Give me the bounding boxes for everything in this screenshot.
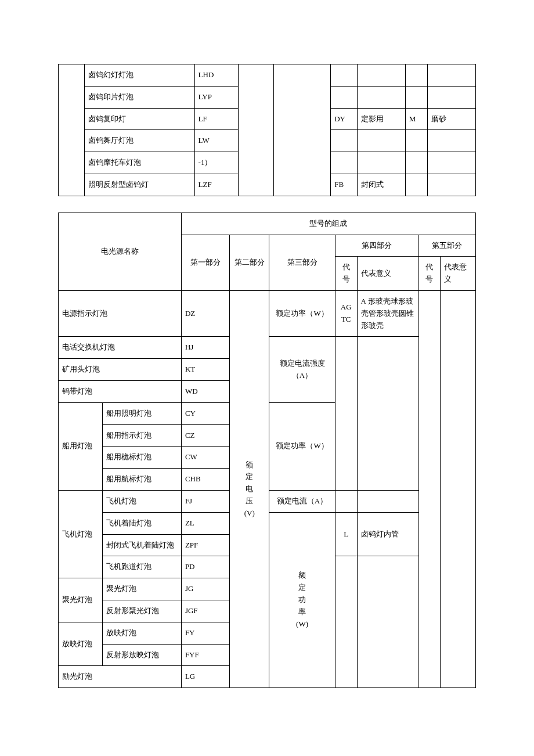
code-cell: DZ (181, 290, 229, 336)
p4mean-cell (357, 64, 405, 87)
p4mean-cell (357, 556, 418, 688)
header-part1: 第一部分 (181, 235, 229, 290)
p5code-cell (418, 290, 441, 687)
sub-cell: 飞机跑道灯泡 (102, 556, 181, 578)
cat-cell: 励光灯泡 (59, 666, 182, 688)
name-cell: 卤钨印片灯泡 (85, 86, 194, 108)
part3-cell: 额定电流强度（A） (269, 337, 335, 402)
code-cell: LZF (194, 174, 239, 196)
cat-cell: 电源指示灯泡 (59, 290, 182, 336)
code-cell: FYF (181, 644, 229, 666)
p4mean-cell (357, 152, 405, 174)
header-part3: 第三部分 (269, 235, 335, 290)
header-row-1: 电光源名称 型号的组成 (59, 213, 476, 235)
table-top: 卤钨幻灯灯泡LHD卤钨印片灯泡LYP卤钨复印灯LFDY定影用M磨砂卤钨舞厅灯泡L… (58, 64, 476, 196)
code-cell: PD (181, 556, 229, 578)
name-cell: 卤钨摩托车灯泡 (85, 152, 194, 174)
code-cell: KT (181, 359, 229, 381)
p4code-cell: AGTC (335, 290, 357, 336)
code-cell: FY (181, 622, 229, 644)
code-cell: CZ (181, 424, 229, 447)
header-part5: 第五部分 (418, 235, 475, 257)
code-cell: ZL (181, 512, 229, 534)
p5mean-cell: 磨砂 (427, 108, 475, 130)
p4code-cell (331, 152, 357, 174)
p4code-cell: FB (331, 174, 357, 196)
left-span-cell (59, 64, 85, 196)
header-part4: 第四部分 (335, 235, 418, 257)
code-cell: LYP (194, 86, 239, 108)
cat-cell: 飞机灯泡 (59, 490, 103, 578)
p4code-cell (335, 556, 357, 688)
p5mean-cell (427, 174, 475, 196)
cat-cell: 钨带灯泡 (59, 380, 182, 402)
part3-cell: 额定电流（A） (269, 490, 335, 512)
sub-cell: 飞机着陆灯泡 (102, 512, 181, 534)
sub-cell: 船用照明灯泡 (102, 402, 181, 424)
table-row: 电源指示灯泡 DZ 额定电压(V) 额定功率（W） AGTC A 形玻壳球形玻壳… (59, 290, 476, 336)
p5mean-cell (441, 290, 476, 687)
header-p5-mean: 代表意义 (441, 257, 476, 291)
name-cell: 卤钨舞厅灯泡 (85, 130, 194, 152)
sub-cell: 封闭式飞机着陆灯泡 (102, 534, 181, 556)
cat-cell: 船用灯泡 (59, 402, 103, 490)
header-source-name: 电光源名称 (59, 213, 182, 290)
code-cell: LF (194, 108, 239, 130)
header-p4-code: 代号 (335, 257, 357, 291)
p4mean-cell: 定影用 (357, 108, 405, 130)
p4mean-cell: A 形玻壳球形玻壳管形玻壳圆锥形玻壳 (357, 290, 418, 336)
p4mean-cell: 封闭式 (357, 174, 405, 196)
code-cell: CHB (181, 469, 229, 491)
code-cell: -1） (194, 152, 239, 174)
cat-cell: 矿用头灯泡 (59, 359, 182, 381)
p5code-cell (405, 130, 427, 152)
header-p5-code: 代号 (418, 257, 441, 291)
sub-cell: 放映灯泡 (102, 622, 181, 644)
name-cell: 照明反射型卤钨灯 (85, 174, 194, 196)
code-cell: JGF (181, 600, 229, 622)
header-p4-mean: 代表意义 (357, 257, 418, 291)
sub-cell: 反射形聚光灯泡 (102, 600, 181, 622)
p4code-cell (335, 337, 357, 491)
code-cell: WD (181, 380, 229, 402)
table-main: 电光源名称 型号的组成 第一部分 第二部分 第三部分 第四部分 第五部分 代号 … (58, 213, 476, 688)
name-cell: 卤钨复印灯 (85, 108, 194, 130)
p4mean-cell: 卤钨灯内管 (357, 512, 418, 556)
code-cell: LHD (194, 64, 239, 87)
p4mean-cell (357, 490, 418, 512)
p5mean-cell (427, 152, 475, 174)
code-cell: ZPF (181, 534, 229, 556)
code-cell: CW (181, 447, 229, 469)
p5code-cell (405, 86, 427, 108)
part3-cell: 额定功率(W) (269, 512, 335, 687)
sub-cell: 船用桅标灯泡 (102, 447, 181, 469)
cat-cell: 聚光灯泡 (59, 578, 103, 622)
p5mean-cell (427, 64, 475, 87)
p4mean-cell (357, 86, 405, 108)
code-cell: JG (181, 578, 229, 600)
part2-cell: 额定电压(V) (230, 290, 269, 687)
p5mean-cell (427, 86, 475, 108)
part3-cell: 额定功率（W） (269, 402, 335, 490)
sub-cell: 船用航标灯泡 (102, 469, 181, 491)
p5code-cell (405, 152, 427, 174)
p4code-cell (331, 130, 357, 152)
sub-cell: 反射形放映灯泡 (102, 644, 181, 666)
cat-cell: 电话交换机灯泡 (59, 337, 182, 359)
sub-cell: 船用指示灯泡 (102, 424, 181, 447)
part2-cell (239, 64, 274, 196)
code-cell: LG (181, 666, 229, 688)
header-composition: 型号的组成 (181, 213, 475, 235)
sub-cell: 飞机灯泡 (102, 490, 181, 512)
p4code-cell: DY (331, 108, 357, 130)
p4mean-cell (357, 130, 405, 152)
p5code-cell (405, 174, 427, 196)
cat-cell: 放映灯泡 (59, 622, 103, 666)
name-cell: 卤钨幻灯灯泡 (85, 64, 194, 87)
p5code-cell: M (405, 108, 427, 130)
p4code-cell (331, 86, 357, 108)
code-cell: LW (194, 130, 239, 152)
sub-cell: 聚光灯泡 (102, 578, 181, 600)
code-cell: HJ (181, 337, 229, 359)
part3-cell: 额定功率（W） (269, 290, 335, 336)
